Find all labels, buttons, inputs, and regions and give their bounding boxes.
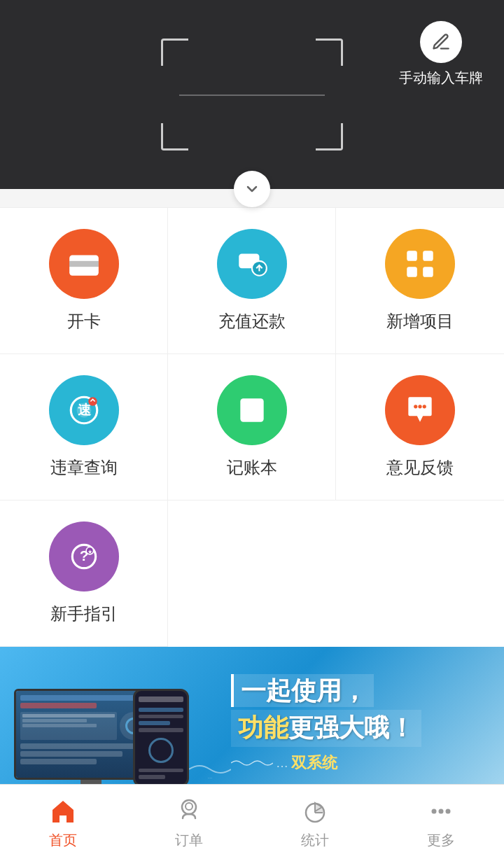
banner-text: 一起使用， 功能更强大哦！ … 双系统 bbox=[224, 674, 504, 774]
banner-tagline1: 一起使用， bbox=[241, 676, 367, 705]
svg-rect-8 bbox=[423, 251, 433, 261]
svg-text:...: ... bbox=[208, 774, 213, 780]
more-icon bbox=[426, 796, 456, 827]
order-label: 订单 bbox=[175, 831, 203, 850]
promo-banner[interactable]: ... 一起使用， 功能更强大哦！ … 双系统 bbox=[0, 647, 504, 801]
svg-rect-9 bbox=[407, 267, 417, 277]
svg-point-33 bbox=[432, 809, 437, 814]
menu-item-chongzhi[interactable]: 充值还款 bbox=[168, 208, 336, 354]
xinzeng-label: 新增项目 bbox=[386, 310, 454, 332]
manual-input-button[interactable]: 手动输入车牌 bbox=[399, 21, 483, 88]
svg-text:¥: ¥ bbox=[247, 401, 256, 419]
nav-item-home[interactable]: 首页 bbox=[0, 789, 126, 857]
more-label: 更多 bbox=[427, 831, 455, 850]
weizhan-label: 违章查询 bbox=[50, 456, 118, 479]
svg-point-29 bbox=[186, 803, 192, 810]
svg-point-34 bbox=[439, 809, 444, 814]
menu-item-jizhang[interactable]: ¥ 记账本 bbox=[168, 354, 336, 500]
svg-point-20 bbox=[418, 405, 421, 408]
manual-btn-label: 手动输入车牌 bbox=[399, 69, 483, 88]
svg-text:速: 速 bbox=[77, 402, 91, 417]
kaika-label: 开卡 bbox=[67, 310, 101, 332]
xinshou-label: 新手指引 bbox=[50, 603, 118, 625]
chongzhi-icon-circle bbox=[217, 229, 287, 299]
xinshou-icon-circle: ? ★ bbox=[49, 522, 119, 592]
order-icon bbox=[174, 796, 204, 827]
xinzeng-icon-circle bbox=[385, 229, 455, 299]
svg-rect-2 bbox=[72, 268, 79, 271]
svg-rect-7 bbox=[407, 251, 417, 261]
manual-btn-circle bbox=[420, 21, 462, 63]
svg-text:★: ★ bbox=[87, 548, 92, 555]
home-icon bbox=[48, 796, 78, 827]
tagline2-pre: 功能 bbox=[238, 713, 288, 742]
phone-screen bbox=[133, 689, 189, 787]
menu-item-yijian[interactable]: 意见反馈 bbox=[336, 354, 504, 500]
nav-item-more[interactable]: 更多 bbox=[378, 789, 504, 857]
bottom-navigation: 首页 订单 统计 bbox=[0, 784, 504, 861]
chevron-circle[interactable] bbox=[234, 171, 270, 207]
home-label: 首页 bbox=[49, 831, 77, 850]
chongzhi-label: 充值还款 bbox=[218, 310, 286, 332]
svg-point-35 bbox=[446, 809, 451, 814]
menu-item-xinzeng[interactable]: 新增项目 bbox=[336, 208, 504, 354]
nav-item-stats[interactable]: 统计 bbox=[252, 789, 378, 857]
jizhang-label: 记账本 bbox=[227, 456, 277, 479]
collapse-button[interactable] bbox=[0, 171, 504, 207]
banner-sub: … 双系统 bbox=[231, 752, 337, 774]
svg-point-16 bbox=[88, 397, 97, 406]
menu-item-xinshou[interactable]: ? ★ 新手指引 bbox=[0, 500, 168, 647]
menu-item-kaika[interactable]: 开卡 bbox=[0, 208, 168, 354]
dual-system-label: 双系统 bbox=[291, 752, 337, 774]
tagline2-suf: 更强大哦！ bbox=[288, 713, 414, 742]
stats-icon bbox=[300, 796, 330, 827]
svg-point-21 bbox=[423, 405, 426, 408]
menu-item-weizhan[interactable]: 速 违章查询 bbox=[0, 354, 168, 500]
yijian-icon-circle bbox=[385, 375, 455, 445]
phone-device bbox=[133, 689, 196, 794]
jizhang-icon-circle: ¥ bbox=[217, 375, 287, 445]
scan-line bbox=[179, 94, 325, 96]
kaika-icon-circle bbox=[49, 229, 119, 299]
scanner-area: 手动输入车牌 bbox=[0, 0, 504, 189]
svg-point-19 bbox=[414, 405, 417, 408]
svg-rect-1 bbox=[69, 261, 99, 267]
weizhan-icon-circle: 速 bbox=[49, 375, 119, 445]
banner-devices: ... bbox=[0, 647, 224, 801]
banner-tagline2: 功能更强大哦！ bbox=[238, 713, 414, 742]
scan-frame bbox=[161, 38, 343, 150]
nav-item-order[interactable]: 订单 bbox=[126, 789, 252, 857]
menu-grid: 开卡 充值还款 新增项目 bbox=[0, 207, 504, 647]
stats-label: 统计 bbox=[301, 831, 329, 850]
yijian-label: 意见反馈 bbox=[386, 456, 454, 479]
